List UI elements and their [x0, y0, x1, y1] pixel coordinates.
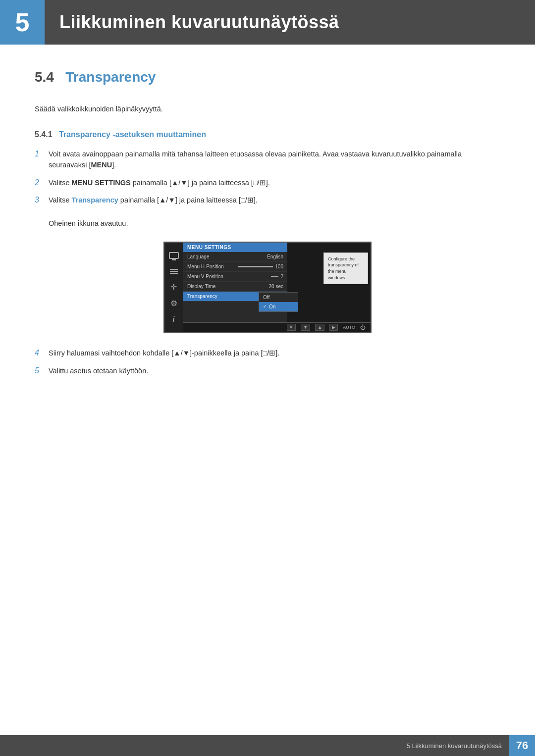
step-4-text: Siirry haluamasi vaihtoehdon kohdalle [▲… [49, 348, 500, 359]
menu-row-language-label: Language [187, 254, 210, 259]
menu-row-v-label: Menu V-Position [187, 274, 223, 279]
section-heading: 5.4 Transparency [35, 69, 500, 90]
step-2-keyword: MENU SETTINGS [71, 179, 130, 187]
lines-icon [168, 266, 180, 276]
bottom-btn-x: ✕ [287, 324, 296, 331]
menu-row-v-position: Menu V-Position 2 [183, 272, 287, 282]
footer-text: 5 Liikkuminen kuvaruutunäytössä [407, 742, 509, 750]
steps-list-2: 4 Siirry haluamasi vaihtoehdon kohdalle … [35, 348, 500, 377]
menu-bar-h-container: 100 [238, 264, 283, 269]
step-3-subnote: Oheinen ikkuna avautuu. [49, 218, 500, 229]
menu-row-transparency-label: Transparency [187, 294, 217, 299]
monitor-icon [168, 251, 180, 260]
tooltip-text: Configure the transparency of the menu w… [328, 256, 359, 280]
monitor-shape [169, 252, 179, 259]
bottom-auto-label: AUTO [343, 325, 355, 330]
step-1-num: 1 [35, 149, 49, 158]
step-3-text: Valitse Transparency painamalla [▲/▼] ja… [49, 195, 500, 206]
step-1-key: MENU [91, 161, 112, 169]
checkmark-icon: ✓ [263, 304, 267, 309]
bottom-btn-up: ▲ [315, 324, 324, 331]
step-1-text: Voit avata avainoppaan painamalla mitä t… [49, 149, 500, 171]
menu-row-v-value: 2 [280, 274, 283, 279]
menu-bar-v [271, 276, 278, 277]
main-content: 5.4 Transparency Säädä valikkoikkunoiden… [0, 45, 535, 428]
menu-bar-h [238, 266, 273, 267]
step-1: 1 Voit avata avainoppaan painamalla mitä… [35, 149, 500, 171]
menu-row-h-value: 100 [275, 264, 283, 269]
step-3-highlight: Transparency [71, 196, 118, 204]
menu-bar-v-container: 2 [271, 274, 283, 279]
subsection-title: Transparency -asetuksen muuttaminen [59, 130, 206, 139]
menu-panel: MENU SETTINGS Language English Menu H-Po… [183, 243, 287, 332]
bottom-btn-down: ▼ [301, 324, 310, 331]
menu-header: MENU SETTINGS [183, 243, 287, 252]
cross-shape: ✛ [170, 283, 177, 291]
tooltip-box: Configure the transparency of the menu w… [323, 252, 368, 284]
screen-container: ✛ ⚙ i MENU SETTINGS Language English Men… [35, 242, 500, 333]
section-number: 5.4 [35, 69, 54, 85]
menu-row-language: Language English [183, 252, 287, 262]
dropdown-popup: Off ✓ On [259, 292, 298, 312]
step-5-text: Valittu asetus otetaan käyttöön. [49, 366, 500, 377]
step-5-num: 5 [35, 366, 49, 375]
subsection-heading: 5.4.1 Transparency -asetuksen muuttamine… [35, 130, 500, 139]
menu-row-display-label: Display Time [187, 284, 215, 289]
step-2-num: 2 [35, 178, 49, 187]
step-4: 4 Siirry haluamasi vaihtoehdon kohdalle … [35, 348, 500, 359]
subsection-number: 5.4.1 [35, 130, 53, 139]
step-2-text: Valitse MENU SETTINGS painamalla [▲/▼] j… [49, 178, 500, 189]
step-3-num: 3 [35, 195, 49, 204]
dropdown-item-on: ✓ On [259, 302, 298, 311]
info-icon: i [168, 314, 180, 324]
steps-list: 1 Voit avata avainoppaan painamalla mitä… [35, 149, 500, 206]
section-title: Transparency [65, 69, 156, 85]
dropdown-on-label: On [269, 304, 275, 309]
chapter-title: Liikkuminen kuvaruutunäytössä [45, 12, 339, 33]
bottom-btn-right: ▶ [329, 324, 338, 331]
step-5: 5 Valittu asetus otetaan käyttöön. [35, 366, 500, 377]
info-shape: i [173, 315, 175, 323]
step-2: 2 Valitse MENU SETTINGS painamalla [▲/▼]… [35, 178, 500, 189]
footer-page-number: 76 [509, 735, 535, 756]
menu-row-display-value: 20 sec [269, 284, 283, 289]
menu-row-language-value: English [267, 254, 283, 259]
cross-icon: ✛ [168, 282, 180, 292]
lines-shape [170, 269, 178, 274]
page-footer: 5 Liikkuminen kuvaruutunäytössä 76 [0, 735, 535, 756]
step-3: 3 Valitse Transparency painamalla [▲/▼] … [35, 195, 500, 206]
monitor-screen: ✛ ⚙ i MENU SETTINGS Language English Men… [163, 242, 372, 333]
icon-bar: ✛ ⚙ i [164, 243, 183, 332]
menu-row-h-label: Menu H-Position [187, 264, 224, 269]
chapter-number-block: 5 [0, 0, 45, 45]
gear-icon: ⚙ [168, 298, 180, 308]
monitor-bottom-bar: ✕ ▼ ▲ ▶ AUTO ⏻ [183, 322, 371, 332]
bottom-power-icon: ⏻ [360, 324, 366, 330]
section-description: Säädä valikkoikkunoiden läpinäkyvyyttä. [35, 105, 500, 113]
page-header: 5 Liikkuminen kuvaruutunäytössä [0, 0, 535, 45]
step-4-num: 4 [35, 348, 49, 357]
gear-shape: ⚙ [170, 299, 177, 308]
dropdown-item-off: Off [259, 293, 298, 302]
chapter-number: 5 [15, 7, 30, 37]
menu-row-h-position: Menu H-Position 100 [183, 262, 287, 272]
menu-row-display-time: Display Time 20 sec [183, 282, 287, 292]
